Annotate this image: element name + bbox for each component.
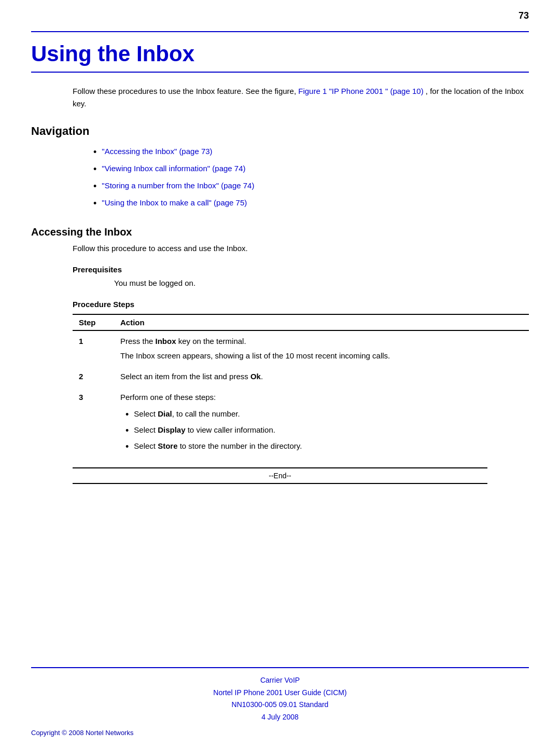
step-number-3: 3 <box>73 387 114 460</box>
ok-bold: Ok <box>250 372 261 381</box>
accessing-heading: Accessing the Inbox <box>31 226 529 238</box>
col-action: Action <box>114 314 529 330</box>
step-number-1: 1 <box>73 330 114 366</box>
step-action-1: Press the Inbox key on the terminal. The… <box>114 330 529 366</box>
title-rule <box>31 72 529 73</box>
step-bullet-list: Select Dial, to call the number. Select … <box>125 408 523 454</box>
step-number-2: 2 <box>73 366 114 387</box>
intro-paragraph: Follow these procedures to use the Inbox… <box>73 85 529 110</box>
footer-center: Carrier VoIP Nortel IP Phone 2001 User G… <box>31 674 529 724</box>
store-bold: Store <box>158 441 177 450</box>
nav-link-1[interactable]: "Accessing the Inbox" (page 73) <box>102 145 212 158</box>
table-row: 1 Press the Inbox key on the terminal. T… <box>73 330 529 366</box>
navigation-heading: Navigation <box>31 125 529 138</box>
nav-link-2[interactable]: "Viewing Inbox call information" (page 7… <box>102 162 245 175</box>
nav-list: "Accessing the Inbox" (page 73) "Viewing… <box>93 145 529 211</box>
action-text-1: Press the Inbox key on the terminal. <box>120 337 246 345</box>
footer-line4: 4 July 2008 <box>31 711 529 724</box>
footer-line1: Carrier VoIP <box>31 674 529 687</box>
step-action-3: Perform one of these steps: Select Dial,… <box>114 387 529 460</box>
footer-line3: NN10300-005 09.01 Standard <box>31 699 529 711</box>
procedure-steps-heading: Procedure Steps <box>73 300 529 309</box>
footer-copyright: Copyright © 2008 Nortel Networks <box>31 729 529 737</box>
intro-text: Follow these procedures to use the Inbox… <box>73 87 298 95</box>
intro-link[interactable]: Figure 1 "IP Phone 2001 " (page 10) <box>298 87 423 95</box>
content-area: Using the Inbox Follow these procedures … <box>0 32 560 575</box>
table-row: 2 Select an item from the list and press… <box>73 366 529 387</box>
dial-bold: Dial <box>158 409 172 418</box>
table-header-row: Step Action <box>73 314 529 330</box>
inbox-bold: Inbox <box>156 337 176 345</box>
action-text-2: Select an item from the list and press O… <box>120 372 263 381</box>
prerequisites-text: You must be logged on. <box>114 277 529 289</box>
footer-top-rule <box>31 667 529 668</box>
list-item: "Accessing the Inbox" (page 73) <box>93 145 529 159</box>
page-container: 73 Using the Inbox Follow these procedur… <box>0 0 560 747</box>
bullet-1: Select Dial, to call the number. <box>134 408 240 420</box>
list-item: Select Dial, to call the number. <box>125 408 523 422</box>
top-rule <box>31 31 529 32</box>
step-sub-text-1: The Inbox screen appears, showing a list… <box>120 350 523 362</box>
display-bold: Display <box>158 425 185 434</box>
page-number: 73 <box>519 10 529 21</box>
footer-line2: Nortel IP Phone 2001 User Guide (CICM) <box>31 687 529 699</box>
procedure-table-wrapper: Step Action 1 Press the Inbox key on the… <box>73 314 529 460</box>
list-item: "Storing a number from the Inbox" (page … <box>93 179 529 193</box>
bullet-2: Select Display to view caller informatio… <box>134 424 275 436</box>
list-item: "Using the Inbox to make a call" (page 7… <box>93 197 529 211</box>
list-item: Select Display to view caller informatio… <box>125 424 523 438</box>
action-text-3: Perform one of these steps: <box>120 393 216 402</box>
list-item: Select Store to store the number in the … <box>125 440 523 454</box>
nav-link-3[interactable]: "Storing a number from the Inbox" (page … <box>102 179 254 192</box>
end-text-row: --End-- <box>73 468 487 484</box>
table-row: 3 Perform one of these steps: Select Dia… <box>73 387 529 460</box>
accessing-intro: Follow this procedure to access and use … <box>73 242 529 255</box>
col-step: Step <box>73 314 114 330</box>
list-item: "Viewing Inbox call information" (page 7… <box>93 162 529 176</box>
prerequisites-heading: Prerequisites <box>73 265 529 274</box>
nav-link-4[interactable]: "Using the Inbox to make a call" (page 7… <box>102 197 247 209</box>
chapter-title: Using the Inbox <box>31 42 529 66</box>
step-action-2: Select an item from the list and press O… <box>114 366 529 387</box>
footer-area: Carrier VoIP Nortel IP Phone 2001 User G… <box>0 667 560 747</box>
procedure-table: Step Action 1 Press the Inbox key on the… <box>73 314 529 460</box>
bullet-3: Select Store to store the number in the … <box>134 440 302 452</box>
